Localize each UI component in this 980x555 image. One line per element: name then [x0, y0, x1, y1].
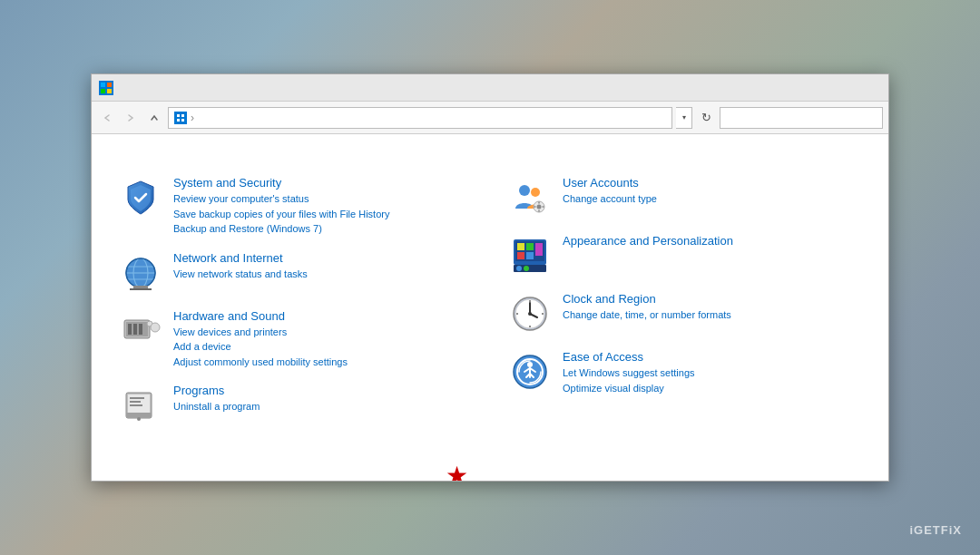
svg-rect-1: [107, 83, 112, 87]
search-input[interactable]: [726, 112, 877, 124]
svg-rect-14: [133, 286, 148, 288]
network-icon: [119, 251, 162, 295]
svg-rect-0: [101, 83, 105, 87]
svg-rect-28: [130, 401, 141, 403]
right-column: User Accounts Change account type: [508, 169, 861, 434]
user-accounts-text: User Accounts Change account type: [563, 176, 861, 207]
programs-title[interactable]: Programs: [173, 384, 472, 397]
svg-rect-42: [517, 252, 524, 259]
maximize-button[interactable]: [830, 80, 854, 96]
ease-icon: [508, 350, 552, 394]
appearance-text: Appearance and Personalization: [563, 234, 861, 249]
category-programs: Programs Uninstall a program: [119, 376, 472, 434]
title-bar: [92, 74, 888, 102]
ease-title[interactable]: Ease of Access: [563, 350, 861, 364]
ease-link-2[interactable]: Optimize visual display: [563, 381, 861, 396]
user-accounts-icon: [508, 176, 552, 219]
hardware-title[interactable]: Hardware and Sound: [173, 309, 472, 323]
svg-point-31: [531, 188, 540, 197]
network-text: Network and Internet View network status…: [173, 251, 472, 282]
svg-rect-44: [535, 243, 543, 256]
svg-point-33: [537, 205, 542, 209]
hardware-link-2[interactable]: Add a device: [173, 339, 472, 355]
window-icon: [99, 81, 113, 95]
path-icon: [174, 112, 187, 124]
svg-rect-29: [130, 404, 142, 406]
address-dropdown[interactable]: ▾: [676, 107, 692, 129]
svg-rect-20: [128, 324, 132, 335]
hardware-link-3[interactable]: Adjust commonly used mobility settings: [173, 355, 472, 370]
svg-rect-40: [517, 243, 524, 250]
system-security-link-2[interactable]: Save backup copies of your files with Fi…: [173, 207, 472, 222]
user-accounts-title[interactable]: User Accounts: [563, 176, 861, 190]
hardware-icon: [119, 309, 162, 353]
programs-icon: [119, 384, 162, 427]
clock-icon: [508, 292, 552, 336]
path-separator: ›: [191, 112, 194, 124]
category-appearance: Appearance and Personalization: [508, 227, 861, 285]
appearance-icon: [508, 234, 552, 278]
svg-rect-6: [177, 119, 180, 122]
svg-rect-15: [130, 288, 152, 290]
programs-text: Programs Uninstall a program: [173, 384, 472, 414]
ease-link-1[interactable]: Let Windows suggest settings: [563, 365, 861, 381]
category-user-accounts: User Accounts Change account type: [508, 169, 861, 227]
svg-point-47: [524, 266, 529, 271]
category-ease: Ease of Access Let Windows suggest setti…: [508, 343, 861, 403]
appearance-title[interactable]: Appearance and Personalization: [563, 234, 861, 248]
system-security-text: System and Security Review your computer…: [173, 176, 472, 237]
clock-link-1[interactable]: Change date, time, or number formats: [563, 307, 861, 323]
refresh-button[interactable]: ↻: [696, 108, 716, 128]
svg-point-19: [151, 323, 160, 332]
category-clock: Clock and Region Change date, time, or n…: [508, 285, 861, 343]
svg-point-46: [516, 266, 522, 271]
svg-rect-41: [526, 243, 534, 250]
svg-rect-21: [133, 324, 137, 335]
address-path[interactable]: ›: [168, 107, 672, 129]
svg-rect-43: [526, 252, 534, 259]
svg-rect-22: [139, 324, 142, 335]
svg-point-59: [527, 362, 533, 367]
category-system-security: System and Security Review your computer…: [119, 169, 472, 244]
watermark: iGETFiX: [909, 523, 962, 537]
categories-grid: System and Security Review your computer…: [119, 169, 861, 434]
svg-rect-2: [101, 89, 105, 93]
svg-rect-7: [181, 119, 184, 122]
category-network: Network and Internet View network status…: [119, 244, 472, 302]
control-panel-window: › ▾ ↻: [91, 73, 889, 482]
network-link-1[interactable]: View network status and tasks: [173, 267, 472, 282]
user-accounts-link-1[interactable]: Change account type: [563, 191, 861, 207]
clock-title[interactable]: Clock and Region: [563, 292, 861, 306]
system-security-link-3[interactable]: Backup and Restore (Windows 7): [173, 221, 472, 237]
ease-text: Ease of Access Let Windows suggest setti…: [563, 350, 861, 395]
left-column: System and Security Review your computer…: [119, 169, 472, 434]
svg-rect-4: [177, 114, 180, 117]
svg-point-30: [519, 185, 530, 196]
window-controls: [803, 80, 881, 96]
svg-rect-5: [181, 114, 184, 117]
close-button[interactable]: [858, 80, 881, 96]
category-hardware: Hardware and Sound View devices and prin…: [119, 302, 472, 377]
back-button[interactable]: [97, 108, 117, 128]
programs-link-1[interactable]: Uninstall a program: [173, 399, 472, 414]
system-security-icon: [119, 176, 162, 219]
svg-rect-3: [107, 89, 112, 93]
up-button[interactable]: [144, 108, 164, 128]
network-title[interactable]: Network and Internet: [173, 251, 472, 265]
svg-point-26: [137, 417, 141, 421]
forward-button[interactable]: [121, 108, 141, 128]
clock-text: Clock and Region Change date, time, or n…: [563, 292, 861, 323]
system-security-title[interactable]: System and Security: [173, 176, 472, 190]
minimize-button[interactable]: [803, 80, 827, 96]
hardware-link-1[interactable]: View devices and printers: [173, 325, 472, 340]
hardware-text: Hardware and Sound View devices and prin…: [173, 309, 472, 370]
svg-rect-27: [130, 397, 144, 399]
search-box[interactable]: [720, 107, 883, 129]
address-bar: › ▾ ↻: [92, 102, 888, 134]
svg-point-52: [528, 312, 532, 316]
content-area: System and Security Review your computer…: [92, 134, 888, 481]
system-security-link-1[interactable]: Review your computer's status: [173, 191, 472, 207]
star-annotation: ★: [446, 461, 468, 481]
